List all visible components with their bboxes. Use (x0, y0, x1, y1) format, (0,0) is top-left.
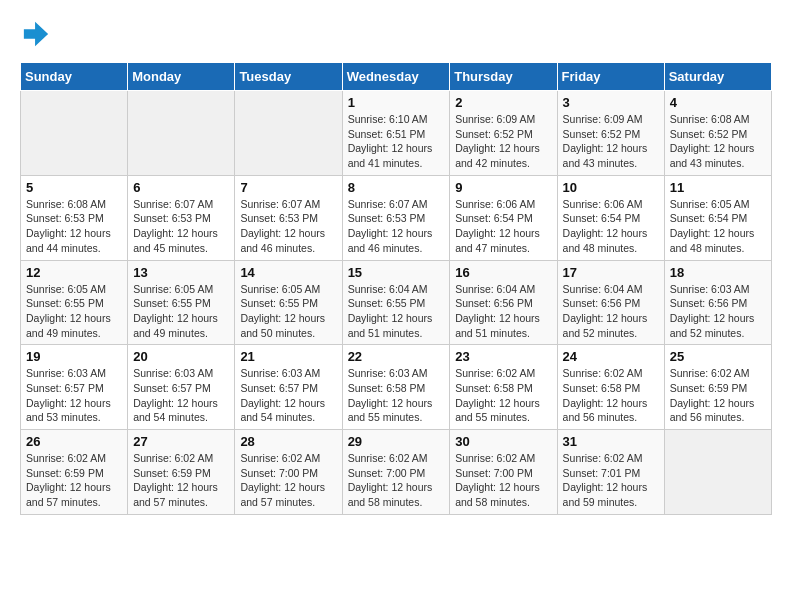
day-info: Sunrise: 6:06 AM Sunset: 6:54 PM Dayligh… (563, 197, 659, 256)
day-number: 17 (563, 265, 659, 280)
day-info: Sunrise: 6:09 AM Sunset: 6:52 PM Dayligh… (455, 112, 551, 171)
calendar-cell: 13Sunrise: 6:05 AM Sunset: 6:55 PM Dayli… (128, 260, 235, 345)
day-info: Sunrise: 6:02 AM Sunset: 7:00 PM Dayligh… (348, 451, 445, 510)
calendar-cell: 23Sunrise: 6:02 AM Sunset: 6:58 PM Dayli… (450, 345, 557, 430)
week-row-1: 1Sunrise: 6:10 AM Sunset: 6:51 PM Daylig… (21, 91, 772, 176)
day-info: Sunrise: 6:05 AM Sunset: 6:54 PM Dayligh… (670, 197, 766, 256)
calendar-cell: 15Sunrise: 6:04 AM Sunset: 6:55 PM Dayli… (342, 260, 450, 345)
calendar-cell: 24Sunrise: 6:02 AM Sunset: 6:58 PM Dayli… (557, 345, 664, 430)
calendar-cell (21, 91, 128, 176)
day-number: 18 (670, 265, 766, 280)
weekday-saturday: Saturday (664, 63, 771, 91)
day-info: Sunrise: 6:05 AM Sunset: 6:55 PM Dayligh… (26, 282, 122, 341)
week-row-4: 19Sunrise: 6:03 AM Sunset: 6:57 PM Dayli… (21, 345, 772, 430)
day-info: Sunrise: 6:08 AM Sunset: 6:53 PM Dayligh… (26, 197, 122, 256)
day-number: 28 (240, 434, 336, 449)
day-info: Sunrise: 6:03 AM Sunset: 6:56 PM Dayligh… (670, 282, 766, 341)
calendar-cell: 25Sunrise: 6:02 AM Sunset: 6:59 PM Dayli… (664, 345, 771, 430)
calendar-cell: 11Sunrise: 6:05 AM Sunset: 6:54 PM Dayli… (664, 175, 771, 260)
day-number: 27 (133, 434, 229, 449)
day-info: Sunrise: 6:08 AM Sunset: 6:52 PM Dayligh… (670, 112, 766, 171)
day-number: 21 (240, 349, 336, 364)
day-number: 30 (455, 434, 551, 449)
day-info: Sunrise: 6:02 AM Sunset: 7:00 PM Dayligh… (240, 451, 336, 510)
calendar-cell: 29Sunrise: 6:02 AM Sunset: 7:00 PM Dayli… (342, 430, 450, 515)
day-number: 7 (240, 180, 336, 195)
calendar-cell: 3Sunrise: 6:09 AM Sunset: 6:52 PM Daylig… (557, 91, 664, 176)
day-number: 16 (455, 265, 551, 280)
calendar-cell: 18Sunrise: 6:03 AM Sunset: 6:56 PM Dayli… (664, 260, 771, 345)
day-number: 12 (26, 265, 122, 280)
day-number: 3 (563, 95, 659, 110)
weekday-header-row: SundayMondayTuesdayWednesdayThursdayFrid… (21, 63, 772, 91)
day-info: Sunrise: 6:04 AM Sunset: 6:55 PM Dayligh… (348, 282, 445, 341)
day-number: 5 (26, 180, 122, 195)
day-info: Sunrise: 6:02 AM Sunset: 7:00 PM Dayligh… (455, 451, 551, 510)
calendar-cell: 6Sunrise: 6:07 AM Sunset: 6:53 PM Daylig… (128, 175, 235, 260)
calendar-cell: 30Sunrise: 6:02 AM Sunset: 7:00 PM Dayli… (450, 430, 557, 515)
day-number: 4 (670, 95, 766, 110)
day-number: 31 (563, 434, 659, 449)
weekday-sunday: Sunday (21, 63, 128, 91)
calendar-cell: 27Sunrise: 6:02 AM Sunset: 6:59 PM Dayli… (128, 430, 235, 515)
calendar-cell: 2Sunrise: 6:09 AM Sunset: 6:52 PM Daylig… (450, 91, 557, 176)
day-info: Sunrise: 6:03 AM Sunset: 6:57 PM Dayligh… (133, 366, 229, 425)
day-number: 23 (455, 349, 551, 364)
calendar-cell: 17Sunrise: 6:04 AM Sunset: 6:56 PM Dayli… (557, 260, 664, 345)
day-info: Sunrise: 6:07 AM Sunset: 6:53 PM Dayligh… (240, 197, 336, 256)
calendar-cell: 28Sunrise: 6:02 AM Sunset: 7:00 PM Dayli… (235, 430, 342, 515)
day-info: Sunrise: 6:06 AM Sunset: 6:54 PM Dayligh… (455, 197, 551, 256)
svg-marker-0 (24, 22, 48, 46)
calendar-body: 1Sunrise: 6:10 AM Sunset: 6:51 PM Daylig… (21, 91, 772, 515)
week-row-3: 12Sunrise: 6:05 AM Sunset: 6:55 PM Dayli… (21, 260, 772, 345)
calendar-cell: 16Sunrise: 6:04 AM Sunset: 6:56 PM Dayli… (450, 260, 557, 345)
week-row-2: 5Sunrise: 6:08 AM Sunset: 6:53 PM Daylig… (21, 175, 772, 260)
page-header (20, 20, 772, 52)
day-number: 22 (348, 349, 445, 364)
day-info: Sunrise: 6:02 AM Sunset: 7:01 PM Dayligh… (563, 451, 659, 510)
calendar-cell: 19Sunrise: 6:03 AM Sunset: 6:57 PM Dayli… (21, 345, 128, 430)
day-number: 29 (348, 434, 445, 449)
calendar-cell: 22Sunrise: 6:03 AM Sunset: 6:58 PM Dayli… (342, 345, 450, 430)
day-number: 6 (133, 180, 229, 195)
day-number: 14 (240, 265, 336, 280)
day-number: 8 (348, 180, 445, 195)
day-number: 25 (670, 349, 766, 364)
calendar-cell: 31Sunrise: 6:02 AM Sunset: 7:01 PM Dayli… (557, 430, 664, 515)
day-info: Sunrise: 6:02 AM Sunset: 6:58 PM Dayligh… (563, 366, 659, 425)
day-number: 26 (26, 434, 122, 449)
day-number: 9 (455, 180, 551, 195)
calendar-cell: 9Sunrise: 6:06 AM Sunset: 6:54 PM Daylig… (450, 175, 557, 260)
calendar-header: SundayMondayTuesdayWednesdayThursdayFrid… (21, 63, 772, 91)
calendar-cell: 10Sunrise: 6:06 AM Sunset: 6:54 PM Dayli… (557, 175, 664, 260)
calendar-cell (128, 91, 235, 176)
weekday-tuesday: Tuesday (235, 63, 342, 91)
day-info: Sunrise: 6:04 AM Sunset: 6:56 PM Dayligh… (563, 282, 659, 341)
day-number: 1 (348, 95, 445, 110)
calendar-cell: 12Sunrise: 6:05 AM Sunset: 6:55 PM Dayli… (21, 260, 128, 345)
day-info: Sunrise: 6:02 AM Sunset: 6:59 PM Dayligh… (26, 451, 122, 510)
calendar-cell (664, 430, 771, 515)
day-number: 13 (133, 265, 229, 280)
calendar-cell: 8Sunrise: 6:07 AM Sunset: 6:53 PM Daylig… (342, 175, 450, 260)
calendar-cell: 1Sunrise: 6:10 AM Sunset: 6:51 PM Daylig… (342, 91, 450, 176)
calendar-cell: 5Sunrise: 6:08 AM Sunset: 6:53 PM Daylig… (21, 175, 128, 260)
day-info: Sunrise: 6:02 AM Sunset: 6:59 PM Dayligh… (670, 366, 766, 425)
day-number: 20 (133, 349, 229, 364)
day-number: 10 (563, 180, 659, 195)
calendar-table: SundayMondayTuesdayWednesdayThursdayFrid… (20, 62, 772, 515)
weekday-thursday: Thursday (450, 63, 557, 91)
day-info: Sunrise: 6:07 AM Sunset: 6:53 PM Dayligh… (348, 197, 445, 256)
calendar-cell: 20Sunrise: 6:03 AM Sunset: 6:57 PM Dayli… (128, 345, 235, 430)
day-info: Sunrise: 6:09 AM Sunset: 6:52 PM Dayligh… (563, 112, 659, 171)
calendar-cell: 26Sunrise: 6:02 AM Sunset: 6:59 PM Dayli… (21, 430, 128, 515)
day-info: Sunrise: 6:05 AM Sunset: 6:55 PM Dayligh… (133, 282, 229, 341)
day-info: Sunrise: 6:03 AM Sunset: 6:58 PM Dayligh… (348, 366, 445, 425)
week-row-5: 26Sunrise: 6:02 AM Sunset: 6:59 PM Dayli… (21, 430, 772, 515)
calendar-cell: 14Sunrise: 6:05 AM Sunset: 6:55 PM Dayli… (235, 260, 342, 345)
calendar-cell: 4Sunrise: 6:08 AM Sunset: 6:52 PM Daylig… (664, 91, 771, 176)
day-number: 19 (26, 349, 122, 364)
day-info: Sunrise: 6:07 AM Sunset: 6:53 PM Dayligh… (133, 197, 229, 256)
weekday-wednesday: Wednesday (342, 63, 450, 91)
day-number: 2 (455, 95, 551, 110)
